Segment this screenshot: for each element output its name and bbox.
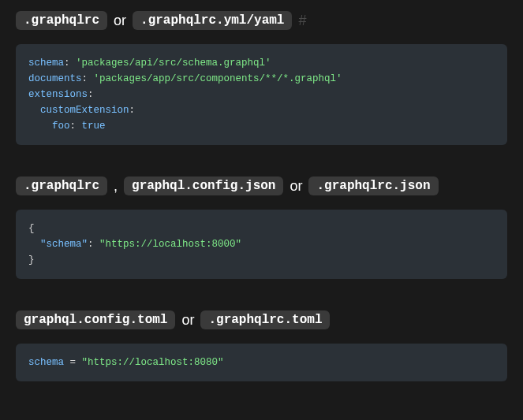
doc-content: .graphqlrcor.graphqlrc.yml/yaml#schema: …: [0, 0, 523, 381]
heading-separator: or: [114, 13, 126, 29]
code-block: schema = "https://localhost:8080": [16, 344, 507, 381]
code-block: { "schema": "https://localhost:8000" }: [16, 210, 507, 279]
heading-separator: or: [181, 312, 194, 329]
filename-code: .graphqlrc.yml/yaml: [133, 11, 292, 30]
filename-code: .graphqlrc.toml: [200, 310, 330, 329]
section-heading: graphql.config.tomlor.graphqlrc.toml: [16, 310, 507, 329]
heading-separator: or: [290, 178, 302, 195]
filename-code: .graphqlrc.json: [308, 177, 438, 195]
filename-code: graphql.config.json: [124, 177, 283, 195]
section-heading: .graphqlrcor.graphqlrc.yml/yaml#: [16, 11, 507, 30]
filename-code: .graphqlrc: [16, 177, 107, 195]
filename-code: graphql.config.toml: [16, 310, 175, 329]
filename-code: .graphqlrc: [16, 11, 107, 30]
code-block: schema: 'packages/api/src/schema.graphql…: [16, 44, 507, 145]
anchor-icon[interactable]: #: [298, 13, 306, 29]
section-heading: .graphqlrc,graphql.config.jsonor.graphql…: [16, 177, 507, 195]
heading-separator: ,: [114, 178, 118, 195]
